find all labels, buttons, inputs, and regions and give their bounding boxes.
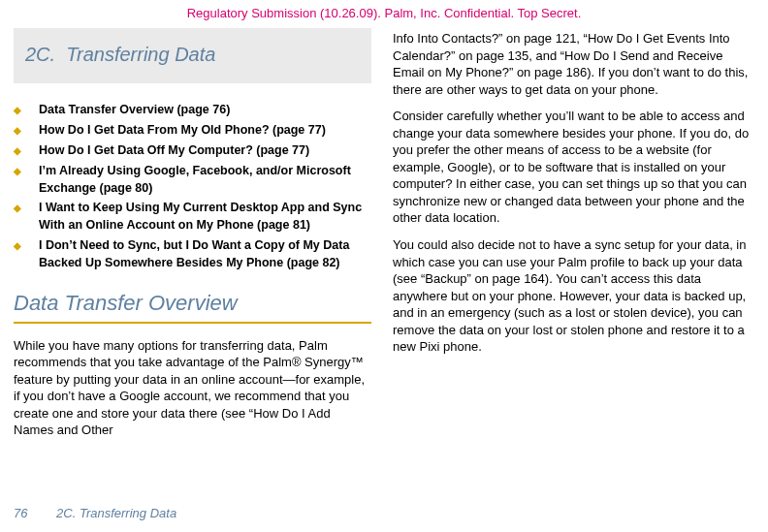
diamond-icon: ◆ <box>14 199 39 217</box>
toc-label: How Do I Get Data From My Old Phone? (pa… <box>39 121 326 139</box>
section-title: Data Transfer Overview <box>14 291 371 316</box>
left-column: 2C. Transferring Data ◆ Data Transfer Ov… <box>14 20 371 449</box>
toc-label: I Don’t Need to Sync, but I Do Want a Co… <box>39 236 371 271</box>
diamond-icon: ◆ <box>14 236 39 255</box>
confidential-banner: Regulatory Submission (10.26.09). Palm, … <box>0 0 768 20</box>
paragraph: You could also decide not to have a sync… <box>393 236 751 356</box>
chapter-title: Transferring Data <box>66 44 215 65</box>
diamond-icon: ◆ <box>14 101 39 119</box>
toc-item[interactable]: ◆ How Do I Get Data From My Old Phone? (… <box>14 121 371 140</box>
section-rule <box>14 322 371 324</box>
paragraph: Consider carefully whether you’ll want t… <box>393 108 751 227</box>
diamond-icon: ◆ <box>14 162 39 180</box>
toc-label: How Do I Get Data Off My Computer? (page… <box>39 141 309 159</box>
toc-item[interactable]: ◆ How Do I Get Data Off My Computer? (pa… <box>14 141 371 160</box>
diamond-icon: ◆ <box>14 141 39 160</box>
table-of-contents: ◆ Data Transfer Overview (page 76) ◆ How… <box>14 101 371 271</box>
page-number: 76 <box>14 506 27 520</box>
paragraph: Info Into Contacts?” on page 121, “How D… <box>393 30 751 98</box>
page-footer: 76 2C. Transferring Data <box>14 506 176 520</box>
toc-label: I Want to Keep Using My Current Desktop … <box>39 199 371 234</box>
diamond-icon: ◆ <box>14 121 39 140</box>
chapter-number: 2C. <box>25 44 55 65</box>
toc-label: I’m Already Using Google, Facebook, and/… <box>39 162 371 197</box>
toc-item[interactable]: ◆ I Want to Keep Using My Current Deskto… <box>14 199 371 234</box>
paragraph: While you have many options for transfer… <box>14 337 371 439</box>
toc-item[interactable]: ◆ I Don’t Need to Sync, but I Do Want a … <box>14 236 371 271</box>
page-body: 2C. Transferring Data ◆ Data Transfer Ov… <box>0 20 768 449</box>
body-text-left: While you have many options for transfer… <box>14 337 371 439</box>
chapter-heading-box: 2C. Transferring Data <box>14 28 371 83</box>
toc-label: Data Transfer Overview (page 76) <box>39 101 230 118</box>
right-column: Info Into Contacts?” on page 121, “How D… <box>393 20 751 449</box>
toc-item[interactable]: ◆ Data Transfer Overview (page 76) <box>14 101 371 119</box>
toc-item[interactable]: ◆ I’m Already Using Google, Facebook, an… <box>14 162 371 197</box>
running-head: 2C. Transferring Data <box>56 506 176 520</box>
